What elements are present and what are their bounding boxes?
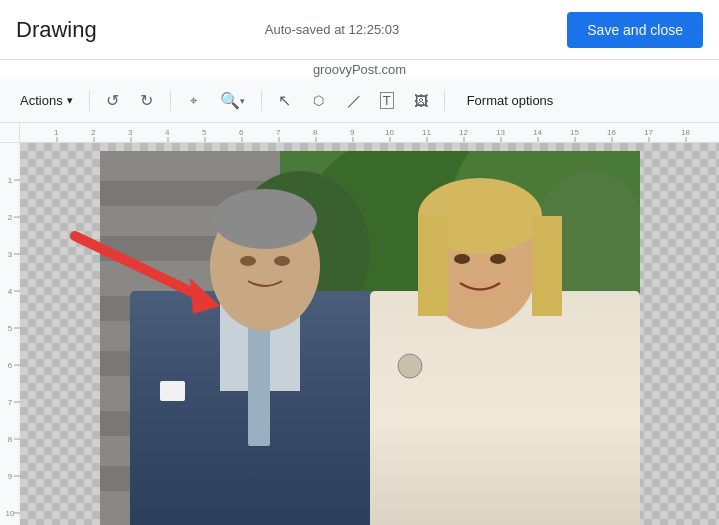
svg-text:16: 16 xyxy=(607,128,616,137)
shape-tool-button[interactable]: ⬡ xyxy=(304,86,334,116)
svg-point-87 xyxy=(454,254,470,264)
textbox-tool-button[interactable]: T xyxy=(372,86,402,116)
undo-button[interactable]: ↺ xyxy=(98,86,128,116)
actions-dropdown-icon: ▾ xyxy=(67,94,73,107)
svg-text:17: 17 xyxy=(644,128,653,137)
zoom-icon: 🔍 xyxy=(220,91,240,110)
pointer-tool-button[interactable]: ↖ xyxy=(270,86,300,116)
toolbar-divider-2 xyxy=(170,91,171,111)
vertical-ruler-svg: 1 2 3 4 5 6 7 8 9 10 xyxy=(0,143,20,525)
svg-text:4: 4 xyxy=(165,128,170,137)
svg-line-91 xyxy=(75,236,200,296)
svg-text:10: 10 xyxy=(385,128,394,137)
shape-icon: ⬡ xyxy=(313,93,324,108)
toolbar-divider-1 xyxy=(89,91,90,111)
format-options-button[interactable]: Format options xyxy=(457,86,564,116)
svg-text:6: 6 xyxy=(8,361,13,370)
svg-text:5: 5 xyxy=(202,128,207,137)
horizontal-ruler: /* tick marks generated below */ 1 2 3 4… xyxy=(0,123,719,143)
pointer-icon: ↖ xyxy=(278,91,291,110)
image-icon: 🖼 xyxy=(414,93,428,109)
header-actions: Save and close xyxy=(567,12,703,48)
svg-text:12: 12 xyxy=(459,128,468,137)
toolbar-divider-4 xyxy=(444,91,445,111)
svg-text:13: 13 xyxy=(496,128,505,137)
svg-text:18: 18 xyxy=(681,128,690,137)
header: Drawing Auto-saved at 12:25:03 Save and … xyxy=(0,0,719,60)
select-icon: ⌖ xyxy=(190,93,197,109)
actions-label: Actions xyxy=(20,93,63,108)
toolbar: Actions ▾ ↺ ↻ ⌖ 🔍 ▾ ↖ ⬡ — T 🖼 Format opt… xyxy=(0,79,719,123)
save-close-button[interactable]: Save and close xyxy=(567,12,703,48)
toolbar-divider-3 xyxy=(261,91,262,111)
svg-text:11: 11 xyxy=(422,128,431,137)
svg-rect-86 xyxy=(532,216,562,316)
drawing-canvas[interactable] xyxy=(20,143,719,525)
svg-text:2: 2 xyxy=(91,128,96,137)
svg-text:3: 3 xyxy=(128,128,133,137)
autosave-status: Auto-saved at 12:25:03 xyxy=(265,22,399,37)
svg-text:2: 2 xyxy=(8,213,13,222)
actions-menu-button[interactable]: Actions ▾ xyxy=(12,86,81,116)
undo-icon: ↺ xyxy=(106,91,119,110)
svg-point-81 xyxy=(274,256,290,266)
ruler-corner xyxy=(0,123,20,142)
svg-rect-89 xyxy=(160,381,185,401)
zoom-dropdown-icon: ▾ xyxy=(240,96,245,106)
redo-icon: ↻ xyxy=(140,91,153,110)
svg-point-88 xyxy=(490,254,506,264)
redo-button[interactable]: ↻ xyxy=(132,86,162,116)
textbox-icon: T xyxy=(380,92,394,109)
svg-text:7: 7 xyxy=(8,398,13,407)
line-icon: — xyxy=(341,88,365,112)
canvas-area: 1 2 3 4 5 6 7 8 9 10 xyxy=(0,143,719,525)
svg-text:3: 3 xyxy=(8,250,13,259)
svg-text:6: 6 xyxy=(239,128,244,137)
vertical-ruler: 1 2 3 4 5 6 7 8 9 10 xyxy=(0,143,20,525)
svg-text:4: 4 xyxy=(8,287,13,296)
svg-rect-40 xyxy=(0,143,20,525)
svg-text:8: 8 xyxy=(313,128,318,137)
canvas-surface xyxy=(100,151,640,525)
svg-point-90 xyxy=(398,354,422,378)
ruler-ticks: 1 2 3 4 5 6 7 8 9 10 11 12 13 1 xyxy=(20,123,719,142)
image-tool-button[interactable]: 🖼 xyxy=(406,86,436,116)
svg-text:1: 1 xyxy=(54,128,59,137)
watermark-text: groovyPost.com xyxy=(313,62,406,77)
svg-text:10: 10 xyxy=(6,509,15,518)
svg-text:14: 14 xyxy=(533,128,542,137)
svg-text:8: 8 xyxy=(8,435,13,444)
select-tool-button[interactable]: ⌖ xyxy=(179,86,209,116)
svg-rect-85 xyxy=(418,216,448,316)
svg-text:15: 15 xyxy=(570,128,579,137)
ruler-marks: /* tick marks generated below */ 1 2 3 4… xyxy=(20,123,719,142)
svg-text:5: 5 xyxy=(8,324,13,333)
svg-text:1: 1 xyxy=(8,176,13,185)
svg-text:9: 9 xyxy=(8,472,13,481)
zoom-tool-button[interactable]: 🔍 ▾ xyxy=(213,86,253,116)
svg-rect-82 xyxy=(370,291,640,525)
app-title: Drawing xyxy=(16,17,97,43)
svg-text:9: 9 xyxy=(350,128,355,137)
line-tool-button[interactable]: — xyxy=(338,86,368,116)
svg-marker-92 xyxy=(190,278,220,314)
red-arrow-svg xyxy=(45,206,245,316)
svg-text:7: 7 xyxy=(276,128,281,137)
watermark: groovyPost.com xyxy=(0,60,719,79)
